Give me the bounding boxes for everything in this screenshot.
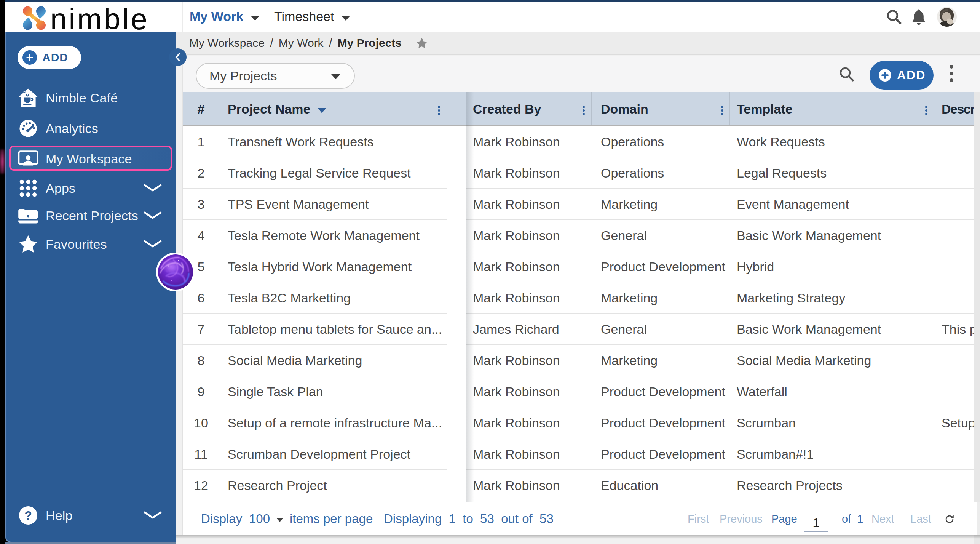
svg-text:nimble: nimble bbox=[50, 4, 149, 31]
svg-text:?: ? bbox=[24, 509, 32, 522]
